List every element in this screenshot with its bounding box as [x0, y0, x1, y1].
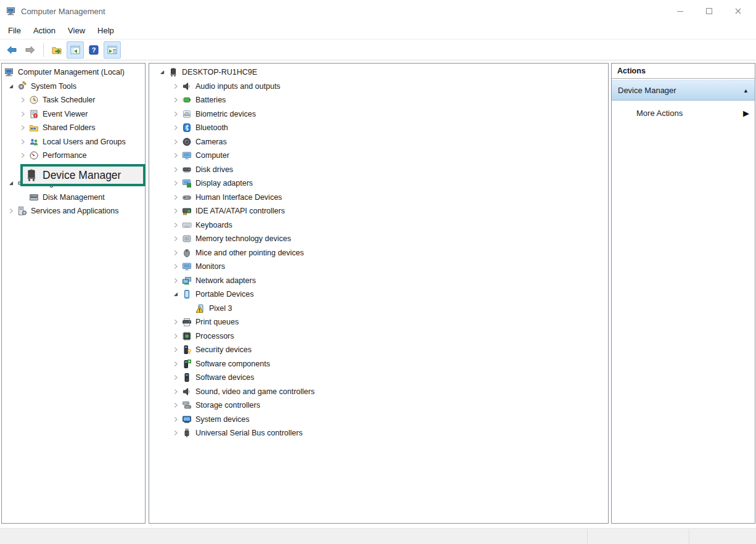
- chevron-collapsed-icon[interactable]: [16, 123, 29, 133]
- tree-item-ide-ata-atapi-controllers[interactable]: IDE ATA/ATAPI controllers: [149, 204, 608, 218]
- chevron-collapsed-icon[interactable]: [169, 220, 182, 230]
- maximize-button[interactable]: [694, 0, 723, 22]
- export-list-button[interactable]: [48, 41, 65, 59]
- chevron-collapsed-icon[interactable]: [16, 109, 29, 119]
- tree-item-sound-video-and-game-controllers[interactable]: Sound, video and game controllers: [149, 385, 608, 399]
- actions-group-device-manager[interactable]: Device Manager ▲: [612, 80, 755, 101]
- tree-item-system-tools[interactable]: System Tools: [2, 80, 145, 94]
- chevron-collapsed-icon[interactable]: [169, 373, 182, 382]
- show-console-tree-button[interactable]: [67, 41, 84, 59]
- menu-file[interactable]: File: [2, 22, 27, 39]
- window-title: Computer Management: [21, 7, 105, 16]
- tree-item-local-users-and-groups[interactable]: Local Users and Groups: [2, 135, 145, 149]
- chevron-collapsed-icon[interactable]: [16, 137, 29, 147]
- tree-item-display-adapters[interactable]: Display adapters: [149, 176, 608, 191]
- tree-item-label: Memory technology devices: [195, 234, 291, 243]
- tree-item-bluetooth[interactable]: Bluetooth: [149, 121, 608, 135]
- chevron-collapsed-icon[interactable]: [169, 345, 182, 355]
- chevron-collapsed-icon[interactable]: [169, 387, 182, 397]
- chevron-collapsed-icon[interactable]: [169, 234, 182, 244]
- tree-item-system-devices[interactable]: System devices: [149, 413, 608, 427]
- tree-item-task-scheduler[interactable]: Task Scheduler: [2, 93, 145, 107]
- tree-item-label: Computer: [195, 151, 229, 160]
- toolbar: ?: [0, 39, 756, 60]
- tree-item-label: Display adapters: [195, 179, 253, 188]
- tree-item-desktop-ru1hc9e[interactable]: DESKTOP-RU1HC9E: [149, 65, 608, 80]
- chevron-collapsed-icon[interactable]: [16, 95, 29, 105]
- chevron-collapsed-icon[interactable]: [169, 178, 182, 188]
- tree-item-disk-management[interactable]: Disk Management: [2, 191, 145, 205]
- tree-item-cameras[interactable]: Cameras: [149, 135, 608, 149]
- chevron-collapsed-icon[interactable]: [169, 95, 182, 105]
- chevron-expanded-icon[interactable]: [4, 81, 17, 91]
- tree-item-computer-management-local[interactable]: Computer Management (Local): [2, 65, 145, 80]
- tree-item-audio-inputs-and-outputs[interactable]: Audio inputs and outputs: [149, 80, 608, 94]
- chevron-expanded-icon[interactable]: [155, 67, 168, 77]
- tree-item-label: Audio inputs and outputs: [195, 82, 281, 91]
- tree-item-pixel-3[interactable]: Pixel 3: [149, 302, 608, 316]
- tree-item-processors[interactable]: Processors: [149, 329, 608, 344]
- menu-action[interactable]: Action: [27, 22, 62, 39]
- chevron-collapsed-icon[interactable]: [169, 331, 182, 341]
- tree-item-monitors[interactable]: Monitors: [149, 260, 608, 274]
- chevron-collapsed-icon[interactable]: [169, 81, 182, 91]
- chevron-collapsed-icon[interactable]: [169, 317, 182, 327]
- tree-item-services-and-applications[interactable]: Services and Applications: [2, 204, 145, 218]
- chevron-collapsed-icon[interactable]: [169, 414, 182, 424]
- audio-icon: [182, 387, 192, 397]
- tree-item-portable-devices[interactable]: Portable Devices: [149, 287, 608, 302]
- chevron-collapsed-icon[interactable]: [169, 150, 182, 160]
- chevron-collapsed-icon[interactable]: [16, 150, 29, 160]
- more-actions-item[interactable]: More Actions ▶: [612, 101, 755, 125]
- minimize-button[interactable]: [665, 0, 694, 22]
- tree-item-event-viewer[interactable]: Event Viewer: [2, 107, 145, 122]
- help-button[interactable]: ?: [85, 41, 102, 59]
- tree-item-batteries[interactable]: Batteries: [149, 93, 608, 107]
- chevron-collapsed-icon[interactable]: [4, 206, 17, 216]
- chevron-expanded-icon[interactable]: [169, 289, 182, 299]
- chevron-collapsed-icon[interactable]: [169, 109, 182, 119]
- highlight-box-device-manager[interactable]: Device Manager: [20, 164, 146, 186]
- tree-item-software-components[interactable]: Software components: [149, 357, 608, 371]
- chevron-collapsed-icon[interactable]: [169, 165, 182, 175]
- chevron-collapsed-icon[interactable]: [169, 123, 182, 133]
- tree-item-biometric-devices[interactable]: Biometric devices: [149, 107, 608, 122]
- tree-item-mice-and-other-pointing-devices[interactable]: Mice and other pointing devices: [149, 246, 608, 260]
- tree-item-universal-serial-bus-controllers[interactable]: Universal Serial Bus controllers: [149, 426, 608, 440]
- chevron-expanded-icon[interactable]: [4, 178, 17, 188]
- tree-item-shared-folders[interactable]: Shared Folders: [2, 121, 145, 135]
- tree-item-software-devices[interactable]: Software devices: [149, 371, 608, 385]
- tree-item-print-queues[interactable]: Print queues: [149, 315, 608, 329]
- show-action-pane-button[interactable]: [104, 41, 121, 59]
- chevron-collapsed-icon[interactable]: [169, 262, 182, 271]
- chevron-collapsed-icon[interactable]: [169, 428, 182, 438]
- chevron-collapsed-icon[interactable]: [169, 400, 182, 410]
- tree-item-label: Shared Folders: [43, 123, 95, 132]
- tree-item-computer[interactable]: Computer: [149, 149, 608, 163]
- tree-item-memory-technology-devices[interactable]: Memory technology devices: [149, 232, 608, 246]
- menu-view[interactable]: View: [62, 22, 91, 39]
- back-arrow-button[interactable]: [3, 41, 20, 59]
- tree-item-storage-controllers[interactable]: Storage controllers: [149, 398, 608, 413]
- chevron-collapsed-icon[interactable]: [169, 137, 182, 147]
- tree-item-label: Biometric devices: [195, 110, 256, 118]
- chevron-collapsed-icon[interactable]: [169, 206, 182, 216]
- tree-item-human-interface-devices[interactable]: Human Interface Devices: [149, 191, 608, 205]
- chevron-collapsed-icon[interactable]: [169, 359, 182, 369]
- tree-item-security-devices[interactable]: Security devices: [149, 343, 608, 357]
- chevron-collapsed-icon[interactable]: [169, 276, 182, 286]
- chevron-collapsed-icon[interactable]: [169, 248, 182, 258]
- forward-arrow-button[interactable]: [22, 41, 39, 59]
- tree-item-label: DESKTOP-RU1HC9E: [182, 68, 257, 76]
- keyboard-icon: [182, 220, 192, 230]
- close-button[interactable]: [723, 0, 752, 22]
- tree-item-disk-drives[interactable]: Disk drives: [149, 163, 608, 177]
- tree-item-label: Software devices: [195, 373, 254, 382]
- tree-item-network-adapters[interactable]: Network adapters: [149, 274, 608, 288]
- chevron-collapsed-icon[interactable]: [169, 192, 182, 202]
- tree-item-performance[interactable]: Performance: [2, 149, 145, 163]
- menu-help[interactable]: Help: [91, 22, 120, 39]
- disk-drive-icon: [182, 165, 192, 175]
- collapse-arrow-icon[interactable]: ▲: [743, 88, 749, 94]
- tree-item-keyboards[interactable]: Keyboards: [149, 218, 608, 233]
